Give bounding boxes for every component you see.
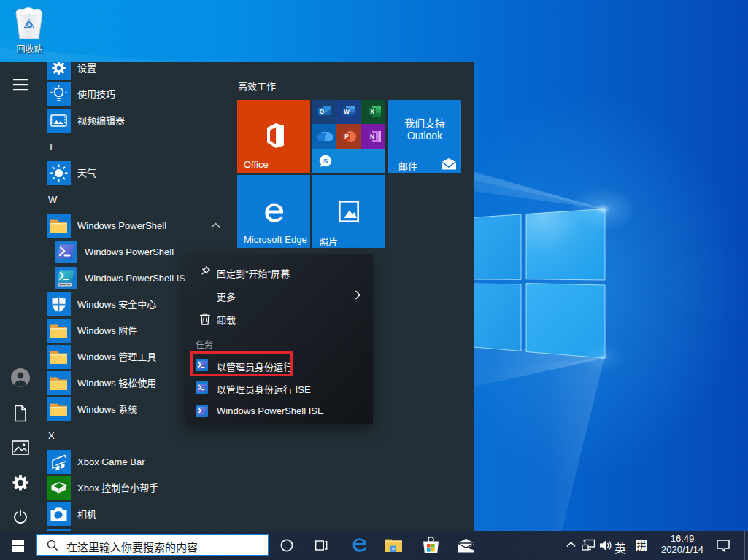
svg-text:X: X bbox=[370, 108, 374, 115]
svg-text:S: S bbox=[323, 157, 328, 165]
svg-text:N: N bbox=[370, 133, 374, 140]
svg-text:W: W bbox=[344, 108, 350, 115]
svg-text:O: O bbox=[320, 108, 325, 115]
svg-text:P: P bbox=[344, 133, 349, 140]
